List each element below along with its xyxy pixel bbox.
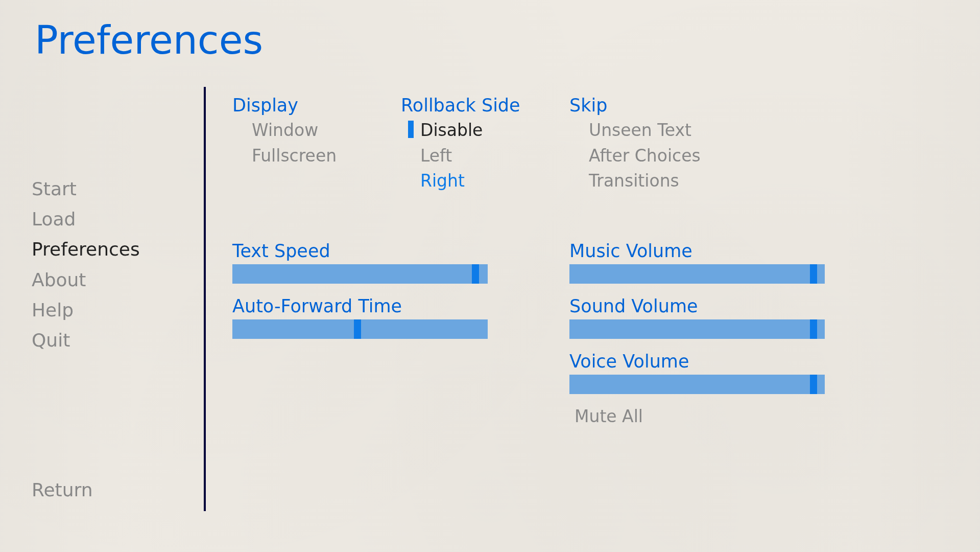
page-title: Preferences [35, 17, 263, 63]
auto-forward-thumb[interactable] [354, 319, 361, 339]
vertical-divider [204, 87, 206, 511]
sound-volume-group: Sound Volume [569, 296, 855, 339]
text-speed-thumb[interactable] [472, 264, 479, 284]
nav-quit[interactable]: Quit [32, 329, 140, 351]
text-speed-label: Text Speed [232, 241, 569, 261]
rollback-option-right[interactable]: Right [420, 168, 569, 194]
text-speed-slider[interactable] [232, 264, 488, 284]
auto-forward-slider[interactable] [232, 319, 488, 339]
sound-volume-label: Sound Volume [569, 296, 855, 316]
voice-volume-slider[interactable] [569, 375, 825, 394]
nav-preferences[interactable]: Preferences [32, 238, 140, 260]
rollback-option-disable[interactable]: Disable [420, 118, 569, 143]
voice-volume-label: Voice Volume [569, 351, 855, 372]
auto-forward-group: Auto-Forward Time [232, 296, 569, 339]
preferences-content: Display Window Fullscreen Rollback Side … [232, 95, 949, 426]
voice-volume-group: Voice Volume [569, 351, 855, 394]
rollback-heading: Rollback Side [401, 95, 569, 116]
music-volume-group: Music Volume [569, 241, 855, 284]
display-heading: Display [232, 95, 401, 116]
sound-volume-thumb[interactable] [810, 319, 817, 339]
sliders-left: Text Speed Auto-Forward Time [232, 241, 569, 426]
music-volume-slider[interactable] [569, 264, 825, 284]
skip-option-after-choices[interactable]: After Choices [589, 143, 738, 169]
main-nav: Start Load Preferences About Help Quit [32, 178, 140, 351]
skip-heading: Skip [569, 95, 738, 116]
display-option-window[interactable]: Window [252, 118, 401, 143]
nav-help[interactable]: Help [32, 299, 140, 321]
text-speed-group: Text Speed [232, 241, 569, 284]
music-volume-thumb[interactable] [810, 264, 817, 284]
display-option-fullscreen[interactable]: Fullscreen [252, 143, 401, 169]
nav-load[interactable]: Load [32, 208, 140, 230]
selected-tick-icon [408, 121, 414, 138]
skip-option-unseen[interactable]: Unseen Text [589, 118, 738, 143]
mute-all-button[interactable]: Mute All [575, 406, 855, 426]
display-group: Display Window Fullscreen [232, 95, 401, 194]
music-volume-label: Music Volume [569, 241, 855, 261]
rollback-option-disable-label: Disable [420, 120, 483, 140]
voice-volume-thumb[interactable] [810, 375, 817, 394]
nav-start[interactable]: Start [32, 178, 140, 200]
rollback-option-left[interactable]: Left [420, 143, 569, 169]
rollback-group: Rollback Side Disable Left Right [401, 95, 569, 194]
nav-about[interactable]: About [32, 269, 140, 291]
sound-volume-slider[interactable] [569, 319, 825, 339]
skip-option-transitions[interactable]: Transitions [589, 168, 738, 194]
nav-return[interactable]: Return [32, 479, 92, 500]
auto-forward-label: Auto-Forward Time [232, 296, 569, 316]
sliders-right: Music Volume Sound Volume Voice Volume M… [569, 241, 855, 426]
skip-group: Skip Unseen Text After Choices Transitio… [569, 95, 738, 194]
